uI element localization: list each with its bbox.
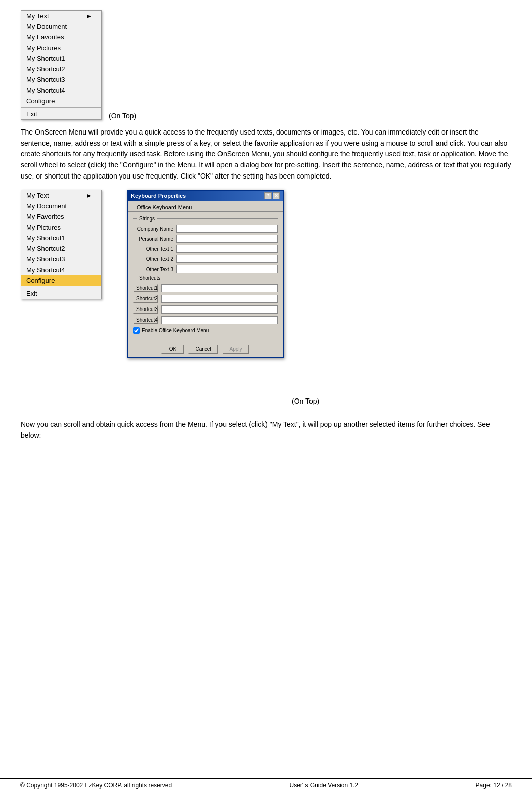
- footer-page: Page: 12 / 28: [476, 782, 512, 789]
- menu-item-my-favorites[interactable]: My Favorites: [21, 211, 101, 222]
- first-caption: (On Top): [109, 112, 136, 120]
- dialog-title: Keyboard Properties: [131, 193, 186, 199]
- strings-row-4: Other Text 3: [133, 265, 278, 273]
- shortcut-btn-1[interactable]: Shortcut2: [133, 294, 158, 303]
- strings-label-0: Company Name: [133, 226, 173, 232]
- menu-item-my-pictures[interactable]: My Pictures: [21, 42, 101, 53]
- shortcut-btn-3[interactable]: Shortcut4: [133, 316, 158, 324]
- shortcuts-row-1: Shortcut2: [133, 294, 278, 303]
- strings-row-3: Other Text 2: [133, 255, 278, 263]
- dialog-footer: OKCancelApply: [128, 341, 283, 357]
- menu-item-my-pictures[interactable]: My Pictures: [21, 222, 101, 233]
- dialog-body: Strings Company NamePersonal NameOther T…: [128, 212, 283, 341]
- menu-item-my-shortcut3[interactable]: My Shortcut3: [21, 74, 101, 85]
- strings-label-1: Personal Name: [133, 236, 173, 242]
- shortcuts-fields: Shortcut1Shortcut2Shortcut3Shortcut4: [133, 284, 278, 324]
- menu-item-my-shortcut1[interactable]: My Shortcut1: [21, 53, 101, 64]
- dialog-tab-bar: Office Keyboard Menu: [128, 201, 283, 212]
- menu-item-label: My Document: [26, 202, 67, 210]
- enable-checkbox-row: Enable Office Keyboard Menu: [133, 327, 278, 334]
- menu-item-label: My Favorites: [26, 213, 64, 220]
- second-caption-wrapper: (On Top): [289, 397, 319, 405]
- enable-checkbox[interactable]: [133, 327, 140, 334]
- menu-item-label: My Document: [26, 23, 67, 30]
- menu-item-label: My Text: [26, 192, 49, 199]
- menu-item-configure[interactable]: Configure: [21, 275, 101, 286]
- strings-group-label: Strings: [133, 216, 278, 222]
- submenu-arrow-icon: ▶: [87, 13, 91, 19]
- menu-item-my-shortcut1[interactable]: My Shortcut1: [21, 233, 101, 243]
- menu-item-label: My Shortcut1: [26, 55, 65, 62]
- submenu-arrow-icon: ▶: [87, 193, 91, 198]
- second-section: My Text▶My DocumentMy FavoritesMy Pictur…: [21, 190, 511, 412]
- enable-checkbox-label: Enable Office Keyboard Menu: [142, 328, 209, 333]
- first-context-menu[interactable]: My Text▶My DocumentMy FavoritesMy Pictur…: [21, 10, 102, 120]
- menu-item-label: My Pictures: [26, 44, 61, 52]
- footer-copyright: © Copyright 1995-2002 EzKey CORP. all ri…: [20, 782, 172, 789]
- menu-item-my-text[interactable]: My Text▶: [21, 11, 101, 21]
- menu-item-label: My Shortcut4: [26, 86, 65, 94]
- strings-input-3[interactable]: [176, 255, 278, 263]
- strings-row-0: Company Name: [133, 225, 278, 233]
- menu-item-my-shortcut2[interactable]: My Shortcut2: [21, 243, 101, 254]
- strings-section: Strings Company NamePersonal NameOther T…: [133, 216, 278, 273]
- strings-fields: Company NamePersonal NameOther Text 1Oth…: [133, 225, 278, 273]
- dialog-close-button[interactable]: ✕: [273, 192, 280, 199]
- menu-item-label: Configure: [26, 277, 55, 284]
- dialog-tab[interactable]: Office Keyboard Menu: [131, 203, 197, 211]
- footer-version: User' s Guide Version 1.2: [290, 782, 359, 789]
- shortcut-input-1[interactable]: [161, 295, 278, 303]
- menu-item-label: Configure: [26, 97, 55, 105]
- menu-item-my-document[interactable]: My Document: [21, 21, 101, 32]
- dialog-help-button[interactable]: ?: [264, 192, 272, 199]
- shortcut-input-3[interactable]: [161, 316, 278, 324]
- strings-label-4: Other Text 3: [133, 267, 173, 272]
- dialog-titlebar-buttons: ? ✕: [264, 192, 280, 199]
- strings-input-0[interactable]: [176, 225, 278, 233]
- menu-item-my-favorites[interactable]: My Favorites: [21, 32, 101, 42]
- strings-row-1: Personal Name: [133, 235, 278, 243]
- strings-label-2: Other Text 1: [133, 246, 173, 252]
- menu-item-label: Exit: [26, 110, 37, 118]
- strings-row-2: Other Text 1: [133, 245, 278, 253]
- menu-item-label: My Shortcut2: [26, 65, 65, 73]
- first-menu-block: My Text▶My DocumentMy FavoritesMy Pictur…: [21, 10, 511, 120]
- dialog-btn-ok[interactable]: OK: [161, 344, 184, 354]
- menu-item-label: My Shortcut3: [26, 255, 65, 263]
- shortcut-input-2[interactable]: [161, 305, 278, 314]
- menu-item-my-document[interactable]: My Document: [21, 201, 101, 211]
- menu-item-configure[interactable]: Configure: [21, 96, 101, 106]
- shortcuts-group-label: Shortcuts: [133, 275, 278, 281]
- dialog-btn-cancel[interactable]: Cancel: [188, 344, 218, 354]
- shortcut-input-0[interactable]: [161, 284, 278, 292]
- dialog-btn-apply[interactable]: Apply: [223, 344, 249, 354]
- menu-item-label: My Shortcut4: [26, 266, 65, 274]
- dialog-titlebar: Keyboard Properties ? ✕: [128, 191, 283, 201]
- menu-item-my-shortcut4[interactable]: My Shortcut4: [21, 264, 101, 275]
- strings-input-2[interactable]: [176, 245, 278, 253]
- menu-item-my-shortcut2[interactable]: My Shortcut2: [21, 64, 101, 74]
- second-context-menu[interactable]: My Text▶My DocumentMy FavoritesMy Pictur…: [21, 190, 102, 299]
- shortcuts-section: Shortcuts Shortcut1Shortcut2Shortcut3Sho…: [133, 275, 278, 324]
- shortcuts-row-0: Shortcut1: [133, 284, 278, 292]
- shortcut-btn-0[interactable]: Shortcut1: [133, 284, 158, 292]
- page-footer: © Copyright 1995-2002 EzKey CORP. all ri…: [0, 778, 532, 789]
- strings-input-1[interactable]: [176, 235, 278, 243]
- paragraph-1: The OnScreen Menu will provide you a qui…: [21, 127, 511, 182]
- menu-item-label: My Pictures: [26, 224, 61, 231]
- menu-item-my-shortcut4[interactable]: My Shortcut4: [21, 85, 101, 96]
- menu-item-my-text[interactable]: My Text▶: [21, 190, 101, 201]
- menu-item-label: My Favorites: [26, 33, 64, 41]
- menu-item-label: My Shortcut1: [26, 234, 65, 242]
- menu-item-my-shortcut3[interactable]: My Shortcut3: [21, 254, 101, 264]
- menu-item-exit[interactable]: Exit: [21, 288, 101, 299]
- keyboard-properties-dialog[interactable]: Keyboard Properties ? ✕ Office Keyboard …: [127, 190, 284, 358]
- menu-item-exit[interactable]: Exit: [21, 109, 101, 119]
- shortcuts-row-3: Shortcut4: [133, 316, 278, 324]
- menu-separator: [21, 287, 101, 287]
- strings-input-4[interactable]: [176, 265, 278, 273]
- menu-item-label: Exit: [26, 290, 37, 297]
- shortcut-btn-2[interactable]: Shortcut3: [133, 305, 158, 314]
- strings-label-3: Other Text 2: [133, 256, 173, 262]
- menu-item-label: My Shortcut3: [26, 76, 65, 83]
